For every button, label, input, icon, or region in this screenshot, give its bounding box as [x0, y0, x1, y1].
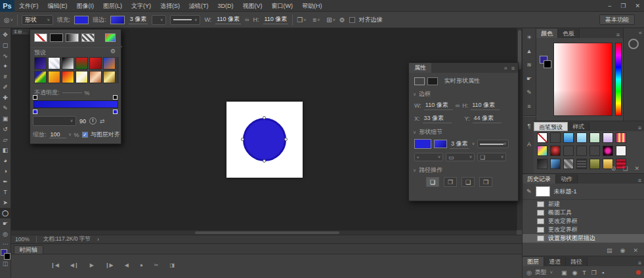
- zoom-level-field[interactable]: 100%: [15, 236, 30, 243]
- w-field[interactable]: 110 像素: [424, 101, 453, 110]
- gradient-preset-swatch[interactable]: [75, 71, 88, 83]
- gradient-preset-swatch[interactable]: [89, 57, 102, 70]
- hue-slider[interactable]: [615, 43, 622, 116]
- menu-item[interactable]: 选择(S): [156, 0, 184, 12]
- anchor-point-left[interactable]: [241, 138, 244, 141]
- gradient-preset-swatch[interactable]: [62, 57, 74, 70]
- collapse-panel-icon[interactable]: »: [504, 65, 507, 71]
- style-swatch[interactable]: [563, 159, 574, 169]
- menu-item[interactable]: 图像(I): [72, 0, 99, 12]
- play-button[interactable]: ▶: [90, 262, 94, 268]
- marquee-tool[interactable]: ▢: [0, 40, 11, 50]
- style-swatch[interactable]: [616, 146, 626, 156]
- info-icon[interactable]: ☛: [526, 75, 532, 82]
- arrange-button[interactable]: ⊞ ˅: [326, 16, 335, 24]
- menu-item[interactable]: 窗口(W): [267, 0, 298, 12]
- panel-menu-icon[interactable]: ≡: [616, 31, 623, 38]
- path-selection-tool[interactable]: ➤: [0, 197, 11, 208]
- new-doc-from-state-button[interactable]: ▤: [607, 247, 612, 254]
- scale-field[interactable]: 100: [49, 131, 66, 138]
- panel-tab[interactable]: 样式: [568, 122, 590, 131]
- filter-type-layers-icon[interactable]: T: [582, 269, 586, 276]
- status-arrow-icon[interactable]: ›: [97, 236, 99, 243]
- panel-tab[interactable]: 路径: [566, 257, 588, 266]
- brush-tool[interactable]: ✎: [0, 103, 11, 113]
- stroke-options-select[interactable]: ˅: [152, 15, 166, 25]
- workspace-switcher[interactable]: 基本功能: [599, 14, 635, 25]
- history-state-row[interactable]: 更改定界框: [523, 217, 644, 226]
- style-swatch[interactable]: [576, 132, 587, 143]
- gradient-preset-swatch[interactable]: [103, 57, 116, 70]
- link-dimensions-icon[interactable]: ∞: [245, 16, 249, 23]
- gradient-style-select[interactable]: ˅: [33, 116, 76, 126]
- filter-smart-objects-icon[interactable]: ▪: [602, 269, 604, 276]
- delete-style-button[interactable]: ✕: [634, 165, 639, 172]
- gradient-tool[interactable]: ◧: [0, 145, 11, 155]
- lasso-tool[interactable]: ∿: [0, 50, 11, 61]
- background-color-swatch[interactable]: [544, 60, 551, 68]
- next-frame-button[interactable]: ❙▶: [105, 262, 114, 268]
- anchor-point-top[interactable]: [263, 116, 266, 119]
- style-swatch[interactable]: [603, 146, 613, 156]
- gradient-fill-button[interactable]: [66, 33, 79, 42]
- x-field[interactable]: 33 像素: [423, 114, 452, 123]
- shape-stroke-width-field[interactable]: 3 像素: [450, 140, 469, 149]
- h-field[interactable]: 110 像素: [471, 101, 500, 110]
- intersect-shapes-button[interactable]: ❑: [462, 177, 475, 187]
- align-with-layer-checkbox[interactable]: ✓: [82, 132, 88, 138]
- gradient-preset-swatch[interactable]: [34, 57, 47, 70]
- gear-icon[interactable]: ⚙: [339, 16, 345, 24]
- histogram-icon[interactable]: ▲: [526, 48, 532, 54]
- panel-tab[interactable]: 色板: [558, 29, 580, 38]
- menu-item[interactable]: 文字(Y): [127, 0, 156, 12]
- new-style-button[interactable]: ❏: [622, 165, 628, 172]
- panel-menu-icon[interactable]: ≡: [511, 65, 515, 71]
- height-field[interactable]: 110 像素: [263, 15, 289, 24]
- panel-tab[interactable]: 图层: [523, 257, 544, 266]
- foreground-background-swatches[interactable]: [1, 249, 11, 260]
- pen-tool[interactable]: ✒: [0, 176, 11, 187]
- gradient-preset-swatch[interactable]: [62, 71, 74, 83]
- color-stop-left[interactable]: [33, 109, 37, 114]
- hand-tool[interactable]: ☛: [0, 218, 11, 229]
- type-tool[interactable]: T: [0, 187, 11, 197]
- saturation-brightness-field[interactable]: [553, 43, 612, 116]
- tool-mode-select[interactable]: 形状 ˅: [22, 15, 53, 25]
- chevron-down-icon[interactable]: ∨: [413, 92, 416, 97]
- panel-tab[interactable]: 动作: [556, 174, 578, 184]
- gear-icon[interactable]: ⚙: [110, 48, 116, 54]
- paragraph-panel-icon[interactable]: ¶: [528, 123, 531, 129]
- shape-bounds-icon[interactable]: [414, 77, 425, 85]
- filter-shape-layers-icon[interactable]: ❐: [591, 269, 597, 276]
- anchor-point-bottom[interactable]: [263, 159, 266, 163]
- healing-brush-tool[interactable]: ✚: [0, 92, 11, 103]
- gradient-preset-swatch[interactable]: [103, 71, 116, 83]
- style-swatch[interactable]: [537, 159, 547, 169]
- style-swatch[interactable]: [590, 146, 600, 156]
- document-artboard[interactable]: [226, 102, 303, 178]
- style-swatch[interactable]: [550, 132, 561, 143]
- tool-preset-button[interactable]: ◎ ˅: [4, 16, 13, 24]
- toolbar-more-icon[interactable]: ⋯: [3, 241, 9, 247]
- clone-source-icon[interactable]: ≡: [527, 103, 530, 109]
- character-panel-icon[interactable]: A: [527, 141, 531, 148]
- render-button[interactable]: ●: [140, 262, 143, 268]
- history-state-row[interactable]: 椭圆工具: [523, 208, 644, 217]
- path-operations-button[interactable]: ❐ ˅: [297, 16, 306, 24]
- subtract-shape-button[interactable]: ❐: [444, 177, 457, 187]
- filter-pixel-layers-icon[interactable]: ▣: [561, 269, 567, 276]
- menu-item[interactable]: 滤镜(T): [184, 0, 213, 12]
- chevron-down-icon[interactable]: ∨: [413, 130, 416, 135]
- color-picker-button[interactable]: [105, 33, 116, 42]
- style-swatch[interactable]: [550, 146, 561, 156]
- menu-item[interactable]: 文件(F): [14, 0, 43, 12]
- move-tool[interactable]: ✥: [0, 30, 11, 40]
- panel-tab[interactable]: 通道: [544, 257, 566, 266]
- libraries-icon[interactable]: [628, 39, 639, 49]
- eyedropper-tool[interactable]: ✐: [0, 82, 11, 92]
- stroke-width-field[interactable]: 3 像素: [129, 15, 148, 24]
- style-swatch[interactable]: [590, 159, 600, 169]
- history-source-icon[interactable]: ✎: [526, 188, 532, 195]
- chevron-down-icon[interactable]: ˅: [550, 270, 553, 275]
- new-snapshot-button[interactable]: ◉: [620, 247, 626, 254]
